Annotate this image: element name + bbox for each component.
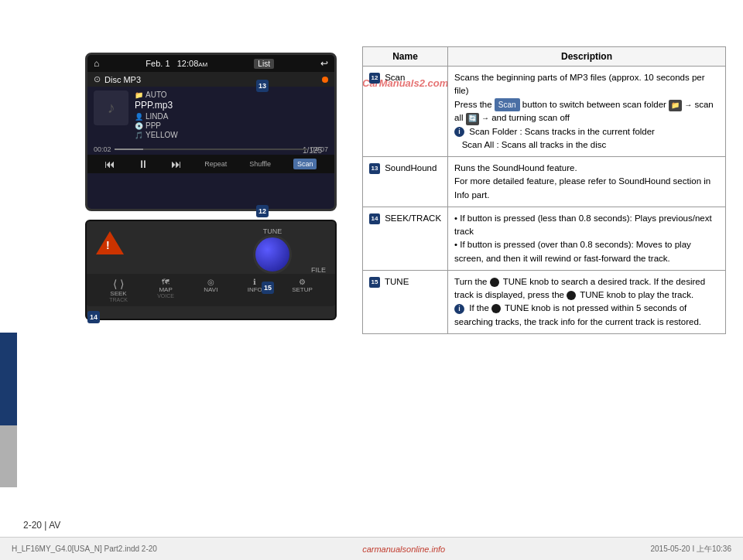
map-voice-button[interactable]: 🗺 MAP VOICE bbox=[157, 278, 174, 302]
col-name-header: Name bbox=[363, 47, 448, 67]
shuffle-button[interactable]: Shuffle bbox=[249, 160, 271, 168]
file-type-row: 📁 AUTO bbox=[135, 90, 328, 99]
time-current: 00:02 bbox=[94, 145, 111, 153]
voice-label: VOICE bbox=[157, 293, 174, 299]
album-icon: 💿 bbox=[135, 122, 143, 130]
seek-track-button[interactable]: ⟨ ⟩ SEEK TRACK bbox=[109, 278, 128, 302]
track-label: TRACK bbox=[109, 297, 128, 302]
scan-name-cell: 12 Scan bbox=[363, 67, 448, 157]
badge-14-table: 14 bbox=[369, 213, 380, 224]
time-label: 12:08 bbox=[177, 59, 199, 68]
scan-desc-cell: Scans the beginning parts of MP3 files (… bbox=[448, 67, 726, 157]
progress-fill bbox=[115, 149, 143, 150]
list-button[interactable]: List bbox=[254, 59, 274, 69]
screen-body: ♪ 📁 AUTO PPP.mp3 👤 LINDA 💿 PPP 🎵 bbox=[87, 87, 334, 144]
artist-row: 👤 LINDA bbox=[135, 112, 328, 121]
scan-folder-icon: 📁 bbox=[669, 100, 682, 112]
orange-indicator bbox=[322, 77, 328, 83]
album-label: PPP bbox=[146, 121, 161, 130]
bottom-left-text: H_LF16MY_G4.0[USA_N] Part2.indd 2-20 bbox=[12, 545, 157, 553]
setup-button[interactable]: ⚙ SETUP bbox=[292, 278, 313, 302]
tune-knob[interactable] bbox=[253, 235, 292, 274]
badge-13: 13 bbox=[256, 80, 269, 92]
badge-15-table: 15 bbox=[369, 277, 380, 288]
disc-label-area: ⊙ Disc MP3 bbox=[94, 74, 141, 84]
soundhound-desc-cell: Runs the SoundHound feature. For more de… bbox=[448, 157, 726, 207]
soundhound-label: SoundHound bbox=[385, 163, 437, 172]
badge-12: 12 bbox=[256, 205, 269, 217]
gray-sidebar bbox=[0, 425, 17, 487]
person-icon: 👤 bbox=[135, 113, 143, 121]
pause-button[interactable]: ⏸ bbox=[138, 158, 149, 170]
date-time: Feb. 1 12:08AM bbox=[146, 59, 207, 68]
tune-desc-cell: Turn the TUNE knob to search a desired t… bbox=[448, 270, 726, 333]
scan-button-inline: Scan bbox=[495, 98, 520, 111]
table-row-scan: 12 Scan Scans the beginning parts of MP3… bbox=[363, 67, 726, 157]
table-row-seektrack: 14 SEEK/TRACK • If button is pressed (le… bbox=[363, 207, 726, 270]
navi-label: NAVI bbox=[204, 286, 217, 293]
track-number: 1/125 bbox=[303, 146, 322, 155]
music-art: ♪ bbox=[94, 90, 128, 125]
feature-table: Name Description 12 Scan Scans the begin… bbox=[362, 46, 726, 334]
tune-label: TUNE bbox=[263, 227, 282, 235]
scan-all-icon: 🔄 bbox=[466, 113, 479, 125]
badge-14: 14 bbox=[87, 311, 100, 323]
badge-13-table: 13 bbox=[369, 163, 380, 174]
ampm-label: AM bbox=[198, 61, 207, 68]
controls-row: ⏮ ⏸ ⏭ Repeat Shuffle Scan bbox=[87, 155, 334, 173]
repeat-button[interactable]: Repeat bbox=[204, 160, 227, 168]
car-screen: ⌂ Feb. 1 12:08AM List ↩ ⊙ Disc MP3 ♪ bbox=[85, 53, 337, 211]
date-label: Feb. bbox=[146, 59, 163, 68]
tune-circle-3 bbox=[491, 304, 501, 313]
file-type-label: AUTO bbox=[146, 90, 167, 99]
genre-label: YELLOW bbox=[146, 131, 178, 139]
tune-circle-1 bbox=[490, 278, 499, 287]
bottom-right-text: 2015-05-20 I 上午10:36 bbox=[650, 544, 731, 555]
screen-header: ⌂ Feb. 1 12:08AM List ↩ bbox=[87, 55, 334, 72]
tune-circle-2 bbox=[567, 291, 576, 300]
warning-triangle-icon: ! bbox=[96, 231, 124, 254]
warning-triangle-area: ! bbox=[96, 231, 124, 254]
seektrack-name-cell: 14 SEEK/TRACK bbox=[363, 207, 448, 270]
badge-12-table: 12 bbox=[369, 73, 380, 84]
arrow-2: → bbox=[481, 112, 489, 124]
setup-label: SETUP bbox=[292, 286, 313, 293]
track-name-label: PPP.mp3 bbox=[135, 100, 328, 111]
track-info: 📁 AUTO PPP.mp3 👤 LINDA 💿 PPP 🎵 YELLOW bbox=[135, 90, 328, 140]
info-button[interactable]: ℹ INFO bbox=[248, 278, 262, 302]
scan-label: Scan bbox=[385, 73, 405, 82]
blue-sidebar bbox=[0, 333, 17, 425]
progress-bar-area: 00:02 04:07 bbox=[87, 144, 334, 155]
navi-button[interactable]: ◎ NAVI bbox=[204, 278, 217, 302]
arrow-1: → bbox=[684, 99, 692, 111]
next-button[interactable]: ⏭ bbox=[171, 158, 182, 170]
seektrack-desc-cell: • If button is pressed (less than 0.8 se… bbox=[448, 207, 726, 270]
map-label: MAP bbox=[159, 286, 172, 293]
screen-title-bar: ⊙ Disc MP3 bbox=[87, 72, 334, 87]
music-note-icon: ♪ bbox=[108, 99, 115, 117]
file-label-area: FILE bbox=[307, 266, 326, 274]
table-row-tune: 15 TUNE Turn the TUNE knob to search a d… bbox=[363, 270, 726, 333]
file-label: FILE bbox=[311, 266, 326, 274]
carmanuals-logo: carmanualsonline.info bbox=[362, 545, 445, 554]
table-row-soundhound: 13 SoundHound Runs the SoundHound featur… bbox=[363, 157, 726, 207]
tune-name-cell: 15 TUNE bbox=[363, 270, 448, 333]
bottom-bar: H_LF16MY_G4.0[USA_N] Part2.indd 2-20 car… bbox=[0, 537, 743, 560]
page-footer: 2-20 | AV bbox=[23, 520, 60, 531]
left-panel: ⌂ Feb. 1 12:08AM List ↩ ⊙ Disc MP3 ♪ bbox=[0, 0, 352, 560]
hardware-bottom-buttons: ⟨ ⟩ SEEK TRACK 🗺 MAP VOICE ◎ NAVI ℹ INFO… bbox=[87, 274, 335, 306]
progress-track bbox=[115, 149, 308, 150]
car-hardware-panel: ! TUNE FILE ⟨ ⟩ SEEK TRACK 🗺 MAP bbox=[85, 220, 337, 320]
tune-knob-area[interactable]: TUNE bbox=[253, 227, 292, 274]
disc-icon: ⊙ bbox=[94, 74, 101, 84]
badge-15: 15 bbox=[262, 282, 274, 294]
prev-button[interactable]: ⏮ bbox=[104, 158, 115, 170]
soundhound-name-cell: 13 SoundHound bbox=[363, 157, 448, 207]
info-label: INFO bbox=[248, 286, 262, 293]
genre-row: 🎵 YELLOW bbox=[135, 131, 328, 139]
day-label: 1 bbox=[165, 59, 169, 68]
info-icon-1: i bbox=[454, 127, 464, 137]
folder-icon: 📁 bbox=[135, 91, 143, 99]
scan-button-screen[interactable]: Scan bbox=[293, 159, 317, 169]
back-icon: ↩ bbox=[320, 58, 328, 69]
